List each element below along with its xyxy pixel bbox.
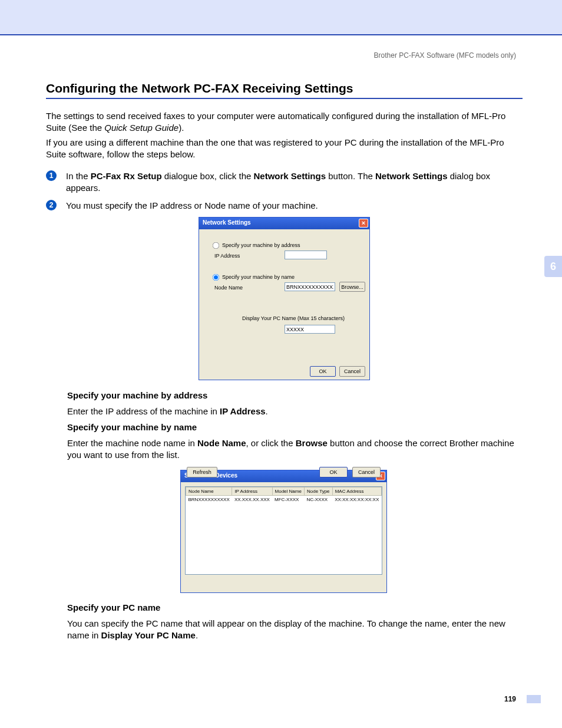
search-cancel-button[interactable]: Cancel <box>352 467 381 477</box>
refresh-button[interactable]: Refresh <box>187 467 217 477</box>
dialog-titlebar[interactable]: Network Settings × <box>199 218 369 229</box>
cancel-button[interactable]: Cancel <box>339 366 365 377</box>
radio-by-name[interactable]: Specify your machine by name <box>212 274 295 281</box>
s1a: In the <box>66 171 91 181</box>
node-name-label: Node Name <box>214 285 243 291</box>
cell-node-type: NC-XXXX <box>305 496 333 504</box>
sec2d: Browse <box>296 438 328 448</box>
sec2a: Enter the machine node name in <box>67 438 197 448</box>
step-badge-1: 1 <box>46 170 57 181</box>
page-number: 119 <box>504 695 516 703</box>
table-header-row: Node Name IP Address Model Name Node Typ… <box>186 487 382 496</box>
ok-button[interactable]: OK <box>310 366 336 377</box>
pcname-label: Display Your PC Name (Max 15 characters) <box>242 315 345 321</box>
step-1-text: In the PC-Fax Rx Setup dialogue box, cli… <box>66 170 523 194</box>
title-rule <box>46 98 523 99</box>
col-node-type[interactable]: Node Type <box>305 487 333 496</box>
radio-by-address[interactable]: Specify your machine by address <box>212 242 300 249</box>
cell-node-name: BRNXXXXXXXXXX <box>186 496 232 504</box>
sec2b: Node Name <box>197 438 246 448</box>
intro1-c: ). <box>178 123 184 133</box>
section-heading-name: Specify your machine by name <box>67 422 197 432</box>
step-badge-2: 2 <box>46 200 57 210</box>
s1e: button. The <box>326 171 375 181</box>
col-mac-address[interactable]: MAC Address <box>332 487 381 496</box>
top-rule <box>0 34 562 35</box>
cell-mac-address: XX:XX:XX:XX:XX:XX <box>332 496 381 504</box>
s1b: PC-Fax Rx Setup <box>91 171 162 181</box>
sec1b: IP Address <box>220 406 266 416</box>
section-text-address: Enter the IP address of the machine in I… <box>67 406 523 417</box>
section-heading-pcname: Specify your PC name <box>67 602 160 612</box>
sec1a: Enter the IP address of the machine in <box>67 406 220 416</box>
s1c: dialogue box, click the <box>162 171 254 181</box>
cell-model-name: MFC-XXXX <box>272 496 304 504</box>
section-heading-address: Specify your machine by address <box>67 390 207 400</box>
sec3c: . <box>196 630 198 640</box>
search-ok-button[interactable]: OK <box>319 467 348 477</box>
browse-button[interactable]: Browse... <box>339 282 365 292</box>
intro-paragraph-2: If you are using a different machine tha… <box>46 137 523 160</box>
page-title: Configuring the Network PC-FAX Receiving… <box>46 81 353 95</box>
radio-by-name-label: Specify your machine by name <box>222 274 295 280</box>
network-settings-dialog: Network Settings × Specify your machine … <box>199 217 370 380</box>
device-table[interactable]: Node Name IP Address Model Name Node Typ… <box>185 486 382 575</box>
step-2-text: You must specify the IP address or Node … <box>66 200 523 212</box>
s1d: Network Settings <box>254 171 326 181</box>
s1f: Network Settings <box>375 171 448 181</box>
section-text-name: Enter the machine node name in Node Name… <box>67 437 523 461</box>
dialog-title: Network Settings <box>203 219 251 226</box>
top-band <box>0 0 562 34</box>
chapter-tab: 6 <box>544 256 562 277</box>
cell-ip-address: XX.XXX.XX.XXX <box>232 496 272 504</box>
ip-address-label: IP Address <box>214 253 240 259</box>
footer-accent <box>527 695 541 703</box>
pcname-input[interactable] <box>285 325 335 334</box>
col-node-name[interactable]: Node Name <box>186 487 232 496</box>
intro-paragraph-1: The settings to send received faxes to y… <box>46 110 523 134</box>
col-ip-address[interactable]: IP Address <box>232 487 272 496</box>
section-header: Brother PC-FAX Software (MFC models only… <box>374 51 516 60</box>
col-model-name[interactable]: Model Name <box>272 487 304 496</box>
sec2c: , or click the <box>246 438 296 448</box>
ip-address-input[interactable] <box>285 251 327 259</box>
radio-by-address-label: Specify your machine by address <box>222 242 300 248</box>
table-row[interactable]: BRNXXXXXXXXXX XX.XXX.XX.XXX MFC-XXXX NC-… <box>186 496 382 504</box>
search-devices-dialog: Search for Devices × Node Name IP Addres… <box>180 470 387 593</box>
sec3b: Display Your PC Name <box>101 630 196 640</box>
section-text-pcname: You can specify the PC name that will ap… <box>67 618 523 641</box>
step-1: 1 In the PC-Fax Rx Setup dialogue box, c… <box>46 170 523 194</box>
step-2: 2 You must specify the IP address or Nod… <box>46 200 523 212</box>
close-icon[interactable]: × <box>359 219 368 228</box>
intro1-b: Quick Setup Guide <box>104 123 178 133</box>
node-name-input[interactable] <box>285 282 335 291</box>
sec1c: . <box>266 406 268 416</box>
